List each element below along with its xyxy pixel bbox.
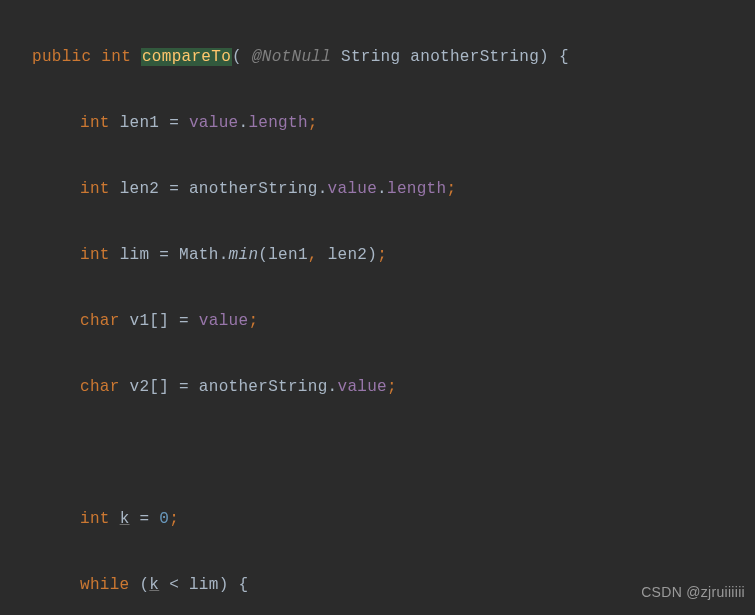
op: =: [139, 510, 149, 528]
op: =: [169, 180, 179, 198]
paren: (: [258, 246, 268, 264]
dot: .: [328, 378, 338, 396]
dot: .: [318, 180, 328, 198]
keyword-public: public: [32, 48, 91, 66]
dot: .: [238, 114, 248, 132]
keyword-int: int: [80, 510, 110, 528]
dot: .: [377, 180, 387, 198]
keyword-int: int: [101, 48, 131, 66]
code-line: [32, 437, 755, 470]
field: value: [189, 114, 239, 132]
var: k: [149, 576, 159, 594]
prop: length: [387, 180, 446, 198]
op: =: [179, 312, 189, 330]
arg: len1: [268, 246, 308, 264]
op: <: [169, 576, 179, 594]
var: v1: [130, 312, 150, 330]
brackets: []: [149, 378, 169, 396]
op: =: [179, 378, 189, 396]
prop: length: [248, 114, 307, 132]
arg: len2: [328, 246, 368, 264]
code-line: public int compareTo( @NotNull String an…: [32, 41, 755, 74]
code-editor[interactable]: public int compareTo( @NotNull String an…: [0, 0, 755, 615]
code-line: int len2 = anotherString.value.length;: [32, 173, 755, 206]
brackets: []: [149, 312, 169, 330]
paren: (: [232, 48, 252, 66]
paren: (: [139, 576, 149, 594]
keyword-int: int: [80, 180, 110, 198]
code-line: char v1[] = value;: [32, 305, 755, 338]
semi: ;: [169, 510, 179, 528]
var: k: [120, 510, 130, 528]
op: =: [159, 246, 169, 264]
var: len1: [120, 114, 160, 132]
param-ref: anotherString: [199, 378, 328, 396]
param-name: anotherString: [410, 48, 539, 66]
code-line: int len1 = value.length;: [32, 107, 755, 140]
field: value: [338, 378, 388, 396]
static-method: min: [229, 246, 259, 264]
semi: ;: [377, 246, 387, 264]
code-line: int k = 0;: [32, 503, 755, 536]
semi: ;: [387, 378, 397, 396]
keyword-char: char: [80, 378, 120, 396]
keyword-while: while: [80, 576, 130, 594]
class-ref: Math: [179, 246, 219, 264]
watermark: CSDN @zjruiiiiii: [641, 576, 745, 609]
keyword-int: int: [80, 114, 110, 132]
param-type: String: [341, 48, 400, 66]
var: lim: [120, 246, 150, 264]
keyword-char: char: [80, 312, 120, 330]
number: 0: [159, 510, 169, 528]
field: value: [328, 180, 378, 198]
paren: ) {: [219, 576, 249, 594]
var: lim: [189, 576, 219, 594]
code-line: int lim = Math.min(len1, len2);: [32, 239, 755, 272]
code-line: char v2[] = anotherString.value;: [32, 371, 755, 404]
paren: ): [367, 246, 377, 264]
dot: .: [219, 246, 229, 264]
param-ref: anotherString: [189, 180, 318, 198]
keyword-int: int: [80, 246, 110, 264]
op: =: [169, 114, 179, 132]
semi: ;: [446, 180, 456, 198]
annotation: @NotNull: [252, 48, 331, 66]
method-name: compareTo: [141, 48, 232, 66]
semi: ;: [248, 312, 258, 330]
var: len2: [120, 180, 160, 198]
paren: ) {: [539, 48, 569, 66]
var: v2: [130, 378, 150, 396]
comma: ,: [308, 246, 318, 264]
semi: ;: [308, 114, 318, 132]
field: value: [199, 312, 249, 330]
